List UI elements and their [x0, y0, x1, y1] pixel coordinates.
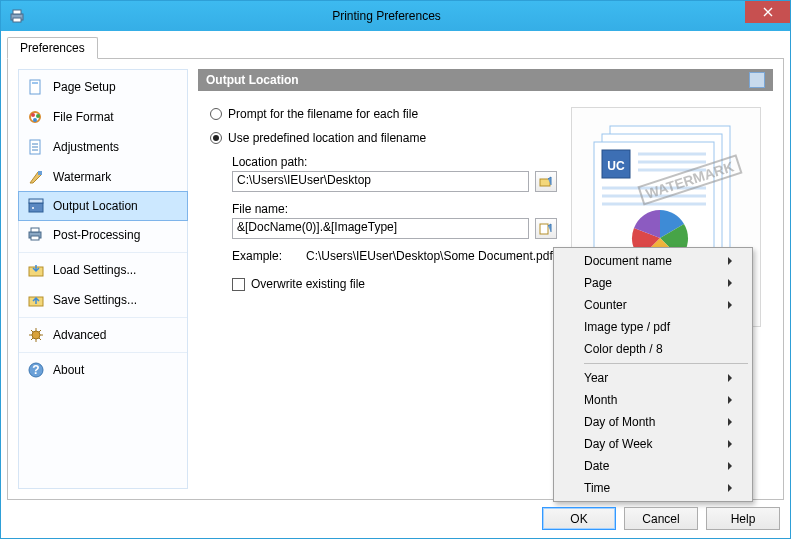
cancel-button[interactable]: Cancel — [624, 507, 698, 530]
file-format-icon — [27, 108, 45, 126]
sidebar-item-page-setup[interactable]: Page Setup — [19, 72, 187, 102]
sidebar-item-label: Post-Processing — [53, 228, 140, 242]
ok-button[interactable]: OK — [542, 507, 616, 530]
sidebar-item-file-format[interactable]: File Format — [19, 102, 187, 132]
output-location-icon — [27, 197, 45, 215]
svg-rect-23 — [540, 224, 548, 234]
sidebar-item-label: About — [53, 363, 84, 377]
file-name-input[interactable]: &[DocName(0)].&[ImageType] — [232, 218, 529, 239]
dialog-buttons: OK Cancel Help — [542, 507, 780, 530]
checkbox-icon — [232, 278, 245, 291]
close-button[interactable] — [745, 1, 790, 23]
svg-rect-16 — [31, 236, 39, 240]
sidebar-item-output-location[interactable]: Output Location — [18, 191, 188, 221]
advanced-icon — [27, 326, 45, 344]
menu-image-type[interactable]: Image type / pdf — [556, 316, 750, 338]
svg-rect-10 — [38, 171, 42, 175]
main-panel: Output Location Prompt for the filename … — [198, 69, 773, 489]
macro-context-menu: Document name Page Counter Image type / … — [553, 247, 753, 502]
sidebar-item-label: Output Location — [53, 199, 138, 213]
overwrite-label: Overwrite existing file — [251, 277, 365, 291]
svg-rect-15 — [31, 228, 39, 232]
window-title: Printing Preferences — [0, 9, 790, 23]
submenu-arrow-icon — [728, 418, 732, 426]
radio-label: Prompt for the filename for each file — [228, 107, 418, 121]
form: Prompt for the filename for each file Us… — [210, 107, 557, 481]
macro-icon — [539, 222, 553, 236]
sidebar-item-label: Adjustments — [53, 140, 119, 154]
sidebar-item-load-settings[interactable]: Load Settings... — [19, 255, 187, 285]
watermark-icon — [27, 168, 45, 186]
sidebar-item-watermark[interactable]: Watermark — [19, 162, 187, 192]
submenu-arrow-icon — [728, 374, 732, 382]
menu-month[interactable]: Month — [556, 389, 750, 411]
insert-macro-button[interactable] — [535, 218, 557, 239]
browse-icon — [539, 175, 553, 189]
window-body: Preferences Page Setup File Format Adjus… — [1, 31, 790, 538]
sidebar-item-adjustments[interactable]: Adjustments — [19, 132, 187, 162]
menu-date[interactable]: Date — [556, 455, 750, 477]
svg-rect-22 — [540, 179, 550, 186]
svg-rect-4 — [32, 82, 38, 84]
tabstrip: Preferences — [7, 37, 784, 59]
submenu-arrow-icon — [728, 440, 732, 448]
sidebar-item-about[interactable]: ? About — [19, 355, 187, 385]
sidebar-item-label: Advanced — [53, 328, 106, 342]
svg-rect-11 — [29, 203, 43, 212]
svg-point-19 — [32, 331, 40, 339]
sidebar-item-post-processing[interactable]: Post-Processing — [19, 220, 187, 250]
tab-page: Page Setup File Format Adjustments Water… — [7, 58, 784, 500]
submenu-arrow-icon — [728, 257, 732, 265]
sidebar-item-label: File Format — [53, 110, 114, 124]
tab-preferences[interactable]: Preferences — [7, 37, 98, 59]
menu-time[interactable]: Time — [556, 477, 750, 499]
titlebar: Printing Preferences — [1, 1, 790, 31]
sidebar: Page Setup File Format Adjustments Water… — [18, 69, 188, 489]
radio-icon — [210, 132, 222, 144]
location-path-label: Location path: — [232, 155, 557, 169]
save-settings-icon — [27, 291, 45, 309]
radio-predefined[interactable]: Use predefined location and filename — [210, 131, 557, 145]
panel-header: Output Location — [198, 69, 773, 91]
svg-point-6 — [31, 113, 35, 117]
svg-rect-12 — [29, 199, 43, 203]
load-settings-icon — [27, 261, 45, 279]
file-name-label: File name: — [232, 202, 557, 216]
panel-title: Output Location — [206, 73, 299, 87]
menu-separator — [584, 363, 748, 364]
menu-day-of-month[interactable]: Day of Month — [556, 411, 750, 433]
menu-day-of-week[interactable]: Day of Week — [556, 433, 750, 455]
radio-label: Use predefined location and filename — [228, 131, 426, 145]
window: Printing Preferences Preferences Page Se… — [0, 0, 791, 539]
browse-location-button[interactable] — [535, 171, 557, 192]
submenu-arrow-icon — [728, 396, 732, 404]
post-processing-icon — [27, 226, 45, 244]
radio-prompt[interactable]: Prompt for the filename for each file — [210, 107, 557, 121]
location-path-input[interactable]: C:\Users\IEUser\Desktop — [232, 171, 529, 192]
sidebar-item-label: Page Setup — [53, 80, 116, 94]
help-button[interactable]: Help — [706, 507, 780, 530]
sidebar-item-advanced[interactable]: Advanced — [19, 320, 187, 350]
sidebar-item-label: Save Settings... — [53, 293, 137, 307]
sidebar-item-label: Load Settings... — [53, 263, 136, 277]
radio-icon — [210, 108, 222, 120]
sidebar-item-save-settings[interactable]: Save Settings... — [19, 285, 187, 315]
page-setup-icon — [27, 78, 45, 96]
menu-counter[interactable]: Counter — [556, 294, 750, 316]
submenu-arrow-icon — [728, 279, 732, 287]
menu-color-depth[interactable]: Color depth / 8 — [556, 338, 750, 360]
menu-document-name[interactable]: Document name — [556, 250, 750, 272]
overwrite-checkbox-row[interactable]: Overwrite existing file — [232, 277, 557, 291]
about-icon: ? — [27, 361, 45, 379]
svg-text:?: ? — [32, 363, 39, 377]
menu-year[interactable]: Year — [556, 367, 750, 389]
svg-point-8 — [33, 118, 37, 122]
submenu-arrow-icon — [728, 484, 732, 492]
example-label: Example: — [232, 249, 282, 263]
svg-text:UC: UC — [607, 159, 625, 173]
panel-header-icon[interactable] — [749, 72, 765, 88]
svg-point-13 — [32, 207, 34, 209]
menu-page[interactable]: Page — [556, 272, 750, 294]
svg-point-7 — [36, 114, 40, 118]
example-value: C:\Users\IEUser\Desktop\Some Document.pd… — [306, 249, 553, 263]
